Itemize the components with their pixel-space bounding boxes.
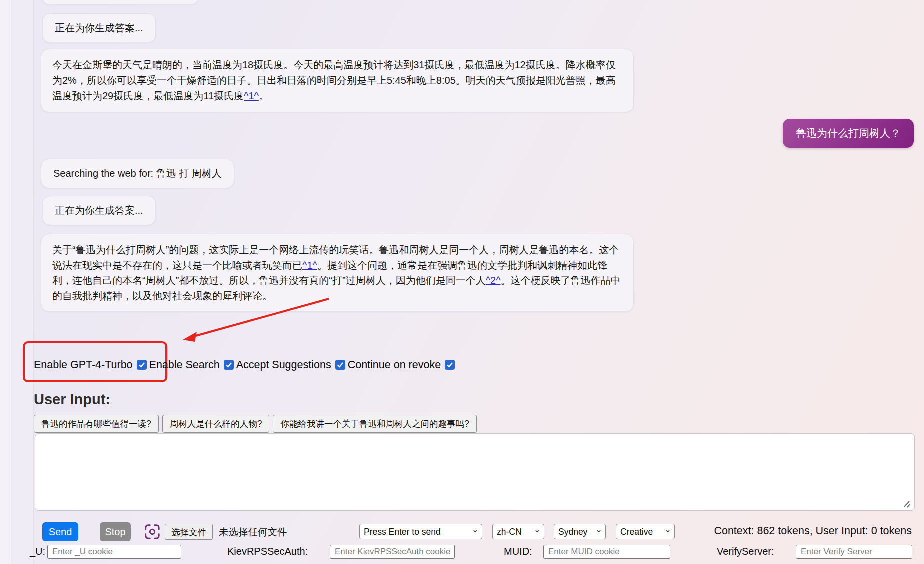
chat-bubble-partial <box>42 0 198 5</box>
user-input-textarea[interactable] <box>35 433 915 511</box>
status-bubble-searching: Searching the web for: 鲁迅 打 周树人 <box>41 159 234 188</box>
send-button[interactable]: Send <box>42 522 78 541</box>
checkbox-revoke[interactable] <box>445 360 455 370</box>
file-status-text: 未选择任何文件 <box>219 525 288 539</box>
suggestion-button-3[interactable]: 你能给我讲一个关于鲁迅和周树人之间的趣事吗? <box>273 415 476 433</box>
bot-message-weather: 今天在金斯堡的天气是晴朗的，当前温度为18摄氏度。今天的最高温度预计将达到31摄… <box>41 49 634 112</box>
context-token-status: Context: 862 tokens, User Input: 0 token… <box>714 525 912 537</box>
muid-cookie-input[interactable] <box>544 545 670 559</box>
status-bubble-generating-2: 正在为你生成答案... <box>42 196 156 225</box>
u-cookie-label: _U: <box>30 546 46 557</box>
checkmark-icon <box>446 361 454 368</box>
verify-server-input[interactable] <box>796 545 912 559</box>
verify-server-label: VerifyServer: <box>717 546 774 557</box>
send-mode-select[interactable]: Press Enter to send <box>360 524 482 539</box>
toggle-label-revoke: Continue on revoke <box>348 359 441 371</box>
tone-select-wrap: Creative ⌄ <box>616 524 675 539</box>
user-message-bubble: 鲁迅为什么打周树人？ <box>783 119 914 148</box>
toggle-label-search: Enable Search <box>150 359 220 371</box>
scan-icon[interactable] <box>144 523 161 540</box>
checkmark-icon <box>138 361 146 368</box>
tone-select[interactable]: Creative <box>616 524 675 539</box>
left-gutter <box>0 0 12 564</box>
user-input-heading: User Input: <box>34 391 110 408</box>
checkbox-gpt4turbo[interactable] <box>137 360 147 370</box>
send-mode-select-wrap: Press Enter to send ⌄ <box>360 524 482 539</box>
server-select-wrap: Sydney ⌄ <box>554 524 606 539</box>
server-select[interactable]: Sydney <box>554 524 606 539</box>
toggle-label-suggestions: Accept Suggestions <box>236 359 332 371</box>
cookie-settings-row: _U: KievRPSSecAuth: MUID: VerifyServer: <box>0 545 924 561</box>
language-select-wrap: zh-CN ⌄ <box>492 524 544 539</box>
checkmark-icon <box>226 361 232 368</box>
kiev-cookie-input[interactable] <box>330 545 455 559</box>
stop-button[interactable]: Stop <box>100 522 131 541</box>
left-gutter-inner <box>12 0 34 564</box>
chat-app-page: 正在为你生成答案... 今天在金斯堡的天气是晴朗的，当前温度为18摄氏度。今天的… <box>0 0 924 564</box>
reference-link[interactable]: ^2^ <box>486 275 501 286</box>
u-cookie-input[interactable] <box>48 545 182 559</box>
suggestion-buttons-row: 鲁迅的作品有哪些值得一读? 周树人是什么样的人物? 你能给我讲一个关于鲁迅和周树… <box>34 415 477 433</box>
muid-cookie-label: MUID: <box>504 546 532 557</box>
settings-row: Enable GPT-4-Turbo Enable Search Accept … <box>34 355 458 375</box>
kiev-cookie-label: KievRPSSecAuth: <box>228 546 308 557</box>
checkbox-search[interactable] <box>224 360 234 370</box>
suggestion-button-1[interactable]: 鲁迅的作品有哪些值得一读? <box>34 415 159 433</box>
reference-link[interactable]: ^1^ <box>302 260 318 271</box>
suggestion-button-2[interactable]: 周树人是什么样的人物? <box>162 415 270 433</box>
status-bubble-generating: 正在为你生成答案... <box>42 13 156 43</box>
checkmark-icon <box>337 361 344 368</box>
language-select[interactable]: zh-CN <box>492 524 544 539</box>
reference-link[interactable]: ^1^ <box>244 90 259 101</box>
bot-message-answer: 关于“鲁迅为什么打周树人”的问题，这实际上是一个网络上流传的玩笑话。鲁迅和周树人… <box>41 234 634 312</box>
choose-file-button[interactable]: 选择文件 <box>165 524 213 540</box>
file-input-group: 选择文件 未选择任何文件 <box>165 524 288 540</box>
toggle-label-gpt4turbo: Enable GPT-4-Turbo <box>34 359 133 371</box>
checkbox-suggestions[interactable] <box>336 360 346 370</box>
